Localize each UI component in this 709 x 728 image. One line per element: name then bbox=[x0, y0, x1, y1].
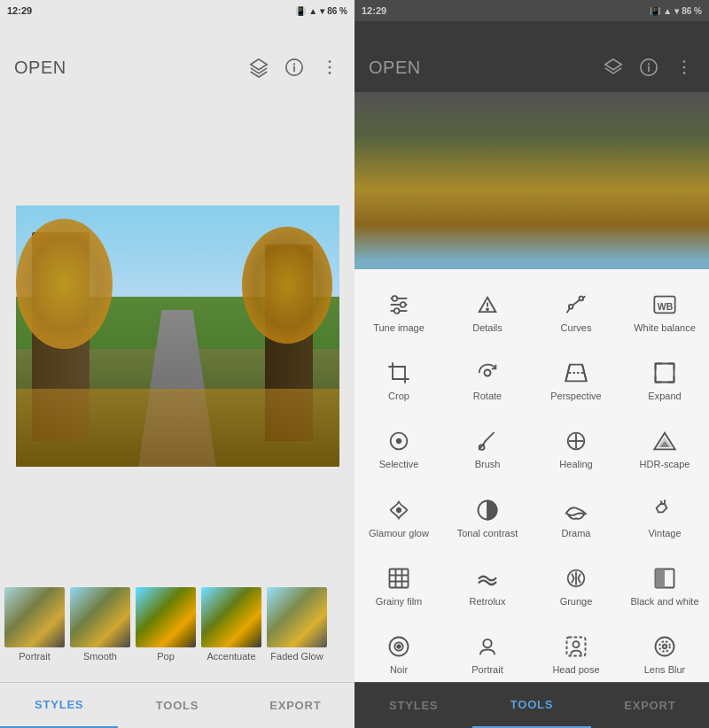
tool-bw[interactable]: Black and white bbox=[620, 554, 709, 615]
right-preview-img bbox=[354, 92, 709, 269]
rotate-icon bbox=[473, 359, 502, 387]
svg-marker-7 bbox=[605, 59, 621, 70]
tool-label-tonal: Tonal contrast bbox=[457, 528, 518, 539]
style-accentuate[interactable]: Accentuate bbox=[200, 587, 262, 662]
tool-label-wb: White balance bbox=[634, 322, 696, 334]
tool-rotate[interactable]: Rotate bbox=[443, 348, 532, 409]
tool-label-portrait2: Portrait bbox=[471, 664, 503, 676]
foliage-left bbox=[16, 219, 113, 350]
status-bar-left: 12:29 📳 ▲ ▾ 86 % bbox=[0, 0, 354, 21]
tool-retrolux[interactable]: Retrolux bbox=[443, 554, 532, 615]
open-label-right[interactable]: OPEN bbox=[369, 58, 421, 78]
status-bar-right: 12:29 📳 ▲ ▾ 86 % bbox=[354, 0, 709, 21]
tool-tonal[interactable]: Tonal contrast bbox=[443, 485, 532, 546]
style-label-pop: Pop bbox=[157, 651, 175, 662]
details-icon bbox=[473, 290, 502, 319]
signal-icon: ▲ bbox=[308, 6, 317, 16]
style-portrait[interactable]: Portrait bbox=[4, 587, 66, 662]
glamour-icon bbox=[385, 496, 413, 524]
tool-headpose[interactable]: Head pose bbox=[532, 622, 620, 682]
tools-row-2: Crop Rotate bbox=[354, 345, 709, 413]
image-area-left bbox=[0, 92, 354, 580]
bw-icon bbox=[651, 564, 679, 592]
style-pop[interactable]: Pop bbox=[135, 587, 197, 662]
style-label-accentuate: Accentuate bbox=[206, 651, 255, 662]
lensblur-icon bbox=[651, 632, 679, 661]
svg-rect-53 bbox=[656, 569, 666, 587]
tools-row-1: Tune image Details bbox=[354, 276, 709, 345]
tool-wb[interactable]: WB White balance bbox=[620, 280, 709, 341]
top-bar-icons-left bbox=[248, 57, 340, 78]
tab-export-left[interactable]: EXPORT bbox=[237, 683, 354, 728]
svg-point-4 bbox=[329, 60, 331, 63]
tools-row-5: Grainy film Retrolux Gru bbox=[354, 550, 709, 618]
drama-icon bbox=[562, 496, 590, 524]
tab-styles-left[interactable]: STYLES bbox=[0, 683, 118, 728]
tool-crop[interactable]: Crop bbox=[354, 348, 443, 409]
tonal-icon bbox=[473, 496, 502, 524]
wb-icon: WB bbox=[651, 290, 679, 319]
svg-marker-0 bbox=[251, 59, 267, 70]
grunge-icon bbox=[562, 564, 590, 592]
layers-icon[interactable] bbox=[248, 57, 269, 78]
open-label-left[interactable]: OPEN bbox=[14, 58, 66, 78]
tool-grainy[interactable]: Grainy film bbox=[354, 554, 443, 615]
signal-icon-right: ▲ bbox=[663, 6, 672, 16]
crop-icon bbox=[385, 359, 413, 387]
tool-details[interactable]: Details bbox=[443, 280, 532, 341]
tools-row-3: Selective Brush bbox=[354, 413, 709, 481]
style-label-portrait: Portrait bbox=[19, 651, 50, 662]
top-bar-icons-right bbox=[603, 57, 695, 78]
tool-hdr[interactable]: HDR-scape bbox=[620, 416, 709, 477]
tool-label-details: Details bbox=[472, 322, 503, 334]
style-faded-glow[interactable]: Faded Glow bbox=[266, 587, 328, 662]
tool-noir[interactable]: Noir bbox=[354, 622, 443, 682]
layers-icon-right[interactable] bbox=[603, 57, 624, 78]
status-icons-right: 📳 ▲ ▾ 86 % bbox=[650, 6, 702, 16]
tool-label-curves: Curves bbox=[561, 322, 592, 334]
tool-drama[interactable]: Drama bbox=[532, 485, 620, 546]
svg-point-18 bbox=[401, 302, 406, 307]
tab-styles-right[interactable]: STYLES bbox=[354, 683, 472, 728]
more-icon-left[interactable] bbox=[319, 57, 340, 78]
tool-selective[interactable]: Selective bbox=[354, 416, 443, 477]
tool-lensblur[interactable]: Lens Blur bbox=[620, 622, 709, 682]
style-smooth[interactable]: Smooth bbox=[69, 587, 131, 662]
tab-tools-right[interactable]: TOOLS bbox=[472, 683, 590, 728]
svg-point-57 bbox=[483, 639, 491, 647]
tool-grunge[interactable]: Grunge bbox=[532, 554, 620, 615]
battery-right: 86 % bbox=[682, 6, 702, 16]
info-icon-right[interactable] bbox=[638, 57, 659, 78]
tool-label-bw: Black and white bbox=[630, 596, 698, 608]
tool-label-crop: Crop bbox=[388, 391, 409, 402]
svg-point-42 bbox=[397, 507, 401, 512]
time-left: 12:29 bbox=[7, 5, 32, 16]
tool-curves[interactable]: Curves bbox=[532, 280, 620, 341]
svg-point-27 bbox=[485, 370, 491, 376]
right-panel: 12:29 📳 ▲ ▾ 86 % OPEN bbox=[354, 0, 709, 728]
tool-portrait2[interactable]: Portrait bbox=[443, 622, 532, 682]
tool-label-tune: Tune image bbox=[373, 322, 425, 334]
tool-label-grainy: Grainy film bbox=[376, 596, 423, 608]
bottom-nav-right: STYLES TOOLS EXPORT bbox=[354, 682, 709, 728]
tool-vintage[interactable]: Vintage bbox=[620, 485, 709, 546]
tool-glamour[interactable]: Glamour glow bbox=[354, 485, 443, 546]
scene bbox=[16, 205, 339, 467]
info-icon-left[interactable] bbox=[284, 57, 305, 78]
more-icon-right[interactable] bbox=[674, 57, 695, 78]
tab-tools-left[interactable]: TOOLS bbox=[118, 683, 236, 728]
svg-point-12 bbox=[683, 66, 686, 69]
tool-healing[interactable]: Healing bbox=[532, 416, 620, 477]
svg-point-59 bbox=[573, 641, 580, 647]
tool-tune-image[interactable]: Tune image bbox=[354, 280, 443, 341]
portrait2-icon bbox=[473, 632, 502, 661]
svg-point-62 bbox=[663, 645, 667, 649]
tool-brush[interactable]: Brush bbox=[443, 416, 532, 477]
style-thumb-portrait bbox=[4, 587, 65, 647]
tools-row-4: Glamour glow Tonal contrast bbox=[354, 482, 709, 550]
tool-perspective[interactable]: Perspective bbox=[532, 348, 620, 409]
tab-export-right[interactable]: EXPORT bbox=[591, 683, 709, 728]
hdr-icon bbox=[651, 427, 679, 455]
svg-point-5 bbox=[329, 66, 331, 69]
tool-expand[interactable]: Expand bbox=[620, 348, 709, 409]
